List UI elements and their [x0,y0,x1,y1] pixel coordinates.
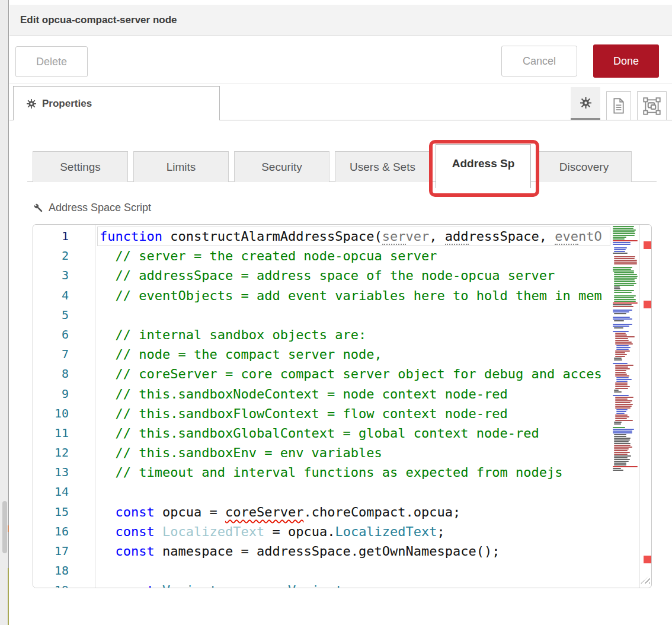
page-minimap-fragment [8,525,9,532]
code-token: // coreServer = core compact server obje… [100,366,602,381]
minimap-row [614,358,622,359]
appearance-view-button[interactable] [637,91,667,120]
code-token: ver [406,229,430,244]
tab-properties[interactable]: Properties [13,86,220,120]
minimap-row [614,450,628,451]
code-line[interactable]: // this.sandboxGlobalContext = global co… [96,423,613,443]
resize-grip[interactable] [641,575,650,583]
line-number: 15 [33,502,95,522]
code-line[interactable]: // this.sandboxFlowContext = flow contex… [96,404,613,423]
minimap-row [615,366,628,368]
code-line[interactable]: // node = the compact server node, [96,345,613,364]
code-line[interactable]: const LocalizedText = opcua.LocalizedTex… [96,522,613,541]
minimap-row [615,388,628,389]
minimap-row [614,290,634,291]
code-token: LocalizedText [162,524,264,539]
editor-gutter: 12345678910111213141516171819 [33,225,95,588]
minimap-row [615,404,633,405]
properties-tab-label: Properties [42,98,92,110]
line-number: 10 [33,404,95,423]
minimap-row [613,228,633,229]
minimap-row [615,407,631,409]
minimap-row [613,395,629,396]
tab-limits[interactable]: Limits [133,151,229,182]
code-token: function [100,229,162,244]
code-line[interactable] [96,482,613,502]
description-view-button[interactable] [606,91,631,120]
code-line[interactable]: const namespace = addressSpace.getOwnNam… [96,541,613,561]
minimap-row [614,288,620,289]
minimap-row [614,278,637,279]
code-token: // node = the compact server node, [100,347,382,362]
line-number: 12 [33,443,95,463]
minimap-row [616,349,629,350]
minimap-row [613,429,634,430]
minimap-row [615,416,629,417]
error-marker [644,241,651,249]
code-token: // timeout and interval functions as exp… [100,465,562,480]
minimap-row [616,379,632,380]
code-line[interactable]: // addressSpace = address space of the n… [96,266,613,285]
minimap-row [613,466,638,467]
minimap-row [615,374,627,375]
code-line[interactable]: // eventObjects = add event variables he… [96,286,613,305]
code-line[interactable]: function constructAlarmAddressSpace(serv… [96,227,613,246]
code-line[interactable]: const Variant = opcua.Variant; [96,581,613,588]
code-token [100,524,116,539]
tab-address-sp[interactable]: Address Sp [436,144,531,188]
code-token: ressSpace [469,229,539,244]
minimap-row [614,276,638,277]
code-line[interactable]: // timeout and interval functions as exp… [96,463,613,482]
minimap-row [615,406,632,407]
section-header: Address Space Script [33,202,151,214]
minimap-row [613,269,631,270]
minimap-row [616,411,626,412]
editor-code-area[interactable]: function constructAlarmAddressSpace(serv… [96,225,613,588]
code-token: ntO [578,229,602,244]
code-line[interactable]: // this.sandboxNodeContext = node contex… [96,384,613,404]
code-line[interactable] [96,561,613,581]
minimap-row [614,464,626,465]
minimap-row [613,326,629,327]
code-line[interactable] [96,305,613,325]
tab-security[interactable]: Security [234,151,329,182]
minimap-row [615,356,625,357]
error-marker [644,301,651,308]
done-button[interactable]: Done [593,44,659,78]
minimap-row [613,244,631,245]
minimap-row [613,306,633,307]
dialog-header: Edit opcua-compact-server node [9,5,672,36]
tab-settings[interactable]: Settings [33,151,128,182]
minimap-row [615,375,629,377]
minimap-row [614,301,636,302]
code-token [155,524,162,539]
editor-minimap[interactable] [613,226,639,586]
minimap-row [613,242,631,243]
minimap-row [614,274,637,275]
minimap-row [614,390,619,391]
code-line[interactable]: const opcua = coreServer.choreCompact.op… [96,502,613,522]
page-scrollbar-thumb[interactable] [2,501,7,553]
minimap-row [614,391,622,393]
code-line[interactable]: // coreServer = core compact server obje… [96,364,613,384]
cancel-button[interactable]: Cancel [501,46,577,76]
line-number: 3 [33,266,95,285]
delete-button[interactable]: Delete [15,46,88,77]
minimap-row [614,445,631,446]
minimap-row [613,468,621,469]
tab-label: Users & Sets [350,161,415,174]
code-line[interactable]: // this.sandboxEnv = env variables [96,443,613,463]
minimap-row [613,267,632,268]
minimap-row [615,368,630,369]
minimap-row [615,343,633,345]
minimap-row [616,377,629,378]
code-token: .choreCompact.opcua; [303,505,460,519]
tab-users-sets[interactable]: Users & Sets [335,151,430,182]
tab-discovery[interactable]: Discovery [536,151,632,182]
line-number: 17 [33,541,95,561]
code-editor[interactable]: 12345678910111213141516171819 function c… [33,224,652,588]
code-line[interactable]: // internal sandbox objects are: [96,325,613,345]
line-number: 14 [33,482,95,502]
code-line[interactable]: // server = the created node-opcua serve… [96,246,613,266]
properties-view-button[interactable] [571,87,600,120]
